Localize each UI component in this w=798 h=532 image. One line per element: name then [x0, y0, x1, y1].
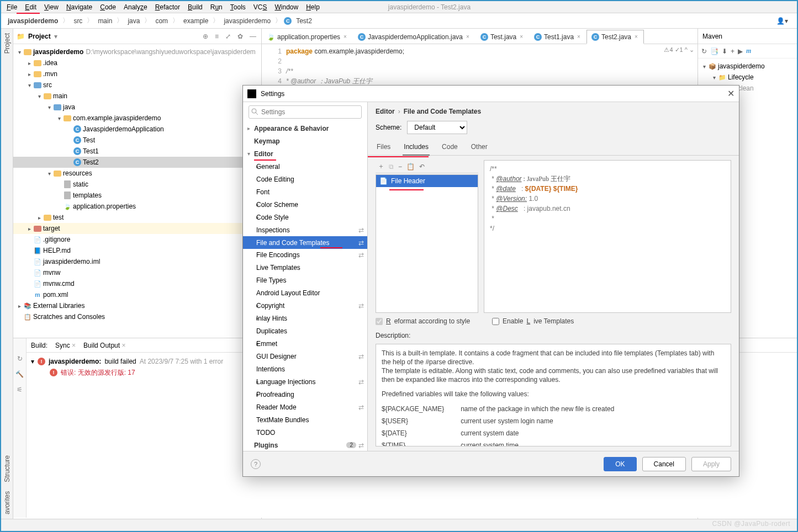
include-file-header[interactable]: 📄 File Header [376, 175, 478, 187]
menu-edit[interactable]: Edit [22, 2, 40, 12]
tool-favorites[interactable]: avorites [2, 487, 12, 519]
close-icon[interactable]: ✕ [727, 88, 734, 99]
run-icon[interactable]: ▶ [738, 47, 743, 55]
locate-icon[interactable]: ⊕ [201, 33, 210, 40]
menu-vcs[interactable]: VCS [250, 2, 271, 12]
annotation-underline [389, 189, 424, 190]
settings-search[interactable] [249, 105, 362, 119]
description-label: Description: [368, 329, 739, 342]
maven-title: Maven [702, 33, 722, 40]
copy-icon[interactable]: ⧉ [389, 163, 394, 171]
tool-structure[interactable]: Structure [2, 451, 12, 487]
settings-dialog: Settings ✕ ▸Appearance & Behavior Keymap… [242, 85, 739, 477]
crumb-3[interactable]: java [125, 17, 142, 25]
tree-item-fct[interactable]: File and Code Templates⇄ [243, 236, 367, 249]
hammer-icon[interactable]: 🔨 [15, 370, 24, 378]
menu-file[interactable]: File [3, 2, 20, 12]
refresh-icon[interactable]: ↻ [701, 47, 707, 55]
dialog-title: Settings [261, 90, 284, 98]
crumb-0[interactable]: javaspiderdemo [6, 17, 60, 25]
output-tab[interactable]: Build Output × [83, 342, 125, 349]
paste-icon[interactable]: 📋 [406, 163, 415, 171]
class-icon: C [284, 17, 292, 25]
left-gutter: Project Structure avorites [1, 29, 13, 519]
enable-live-checkbox[interactable]: Enable Live Templates [492, 317, 574, 325]
inspection-status[interactable]: ⚠4 ✓1 ^ ⌄ [664, 46, 694, 54]
collapse-icon[interactable]: ⤢ [224, 33, 232, 40]
ok-button[interactable]: OK [604, 457, 636, 471]
settings-breadcrumb: Editor›File and Code Templates [368, 102, 739, 121]
menu-refactor[interactable]: Refactor [152, 2, 183, 12]
rerun-icon[interactable]: ↻ [17, 355, 23, 363]
tab-1[interactable]: CJavaspiderdemoApplication.java× [353, 29, 475, 44]
panel-title: Project [28, 33, 51, 40]
template-editor[interactable]: /** * @author : JavaPub 王仕宇 * @date : ${… [484, 160, 731, 313]
menu-tools[interactable]: Tools [227, 2, 249, 12]
scheme-label: Scheme: [376, 124, 401, 131]
help-icon[interactable]: ? [251, 459, 261, 469]
tab-files[interactable]: Files [376, 140, 392, 155]
status-bar [1, 519, 797, 531]
download-icon[interactable]: ⬇ [722, 47, 727, 55]
file-icon: 📄 [379, 177, 388, 185]
reformat-checkbox[interactable]: Reformat according to style [376, 317, 470, 325]
expand-icon[interactable]: ≡ [213, 33, 220, 40]
revert-icon[interactable]: ↶ [419, 163, 425, 171]
crumb-4[interactable]: com [153, 17, 170, 25]
menu-run[interactable]: Run [207, 2, 226, 12]
crumb-2[interactable]: main [96, 17, 114, 25]
menu-view[interactable]: View [41, 2, 62, 12]
add-icon[interactable]: ＋ [378, 162, 384, 171]
menu-analyze[interactable]: Analyze [120, 2, 151, 12]
tab-3[interactable]: CTest1.java× [529, 29, 586, 44]
crumb-5[interactable]: example [181, 17, 210, 25]
crumb-7[interactable]: Test2 [294, 17, 314, 25]
breadcrumb: javaspiderdemo〉 src〉 main〉 java〉 com〉 ex… [1, 13, 797, 29]
sync-tab[interactable]: Sync × [55, 342, 76, 349]
tab-includes[interactable]: Includes [403, 140, 430, 155]
template-tabs: Files Includes Code Other [368, 140, 739, 156]
menu-help[interactable]: Help [303, 2, 323, 12]
filter-icon[interactable]: ⚟ [17, 386, 23, 393]
settings-icon[interactable]: ✿ [236, 33, 245, 40]
description-body: This is a built-in template. It contains… [376, 344, 731, 446]
menu-build[interactable]: Build [184, 2, 206, 12]
watermark: CSDN @JavaPub-rodert [712, 520, 790, 528]
tab-4[interactable]: CTest2.java× [586, 30, 644, 44]
settings-tree[interactable]: ▸Appearance & Behavior Keymap ▾Editor ▸G… [243, 122, 367, 451]
includes-list[interactable]: 📄 File Header [376, 174, 478, 313]
scheme-select[interactable]: Default [407, 121, 467, 134]
crumb-6[interactable]: javaspiderdemo [221, 17, 273, 25]
apply-button[interactable]: Apply [691, 457, 731, 471]
remove-icon[interactable]: − [398, 163, 402, 171]
window-title: javaspiderdemo - Test2.java [385, 2, 474, 12]
add-icon[interactable]: + [731, 47, 734, 55]
menu-window[interactable]: Window [271, 2, 302, 12]
tab-code[interactable]: Code [441, 140, 459, 155]
hide-icon[interactable]: — [248, 33, 258, 40]
crumb-1[interactable]: src [71, 17, 84, 25]
tab-other[interactable]: Other [470, 140, 489, 155]
intellij-icon [247, 89, 256, 98]
tab-2[interactable]: CTest.java× [475, 29, 529, 44]
editor-tabs: 🍃application.properties× CJavaspiderdemo… [262, 29, 697, 44]
generate-icon[interactable]: 📑 [710, 47, 718, 55]
menu-navigate[interactable]: Navigate [63, 2, 96, 12]
menubar: File Edit View Navigate Code Analyze Ref… [1, 1, 797, 13]
tab-0[interactable]: 🍃application.properties× [262, 29, 353, 44]
build-tab[interactable]: Build: [31, 342, 47, 349]
annotation-underline [17, 13, 40, 14]
cancel-button[interactable]: Cancel [642, 457, 686, 471]
user-icon[interactable]: 👤▾ [776, 17, 788, 25]
tool-project[interactable]: Project [2, 29, 12, 58]
menu-code[interactable]: Code [97, 2, 119, 12]
annotation-underline [368, 156, 429, 157]
